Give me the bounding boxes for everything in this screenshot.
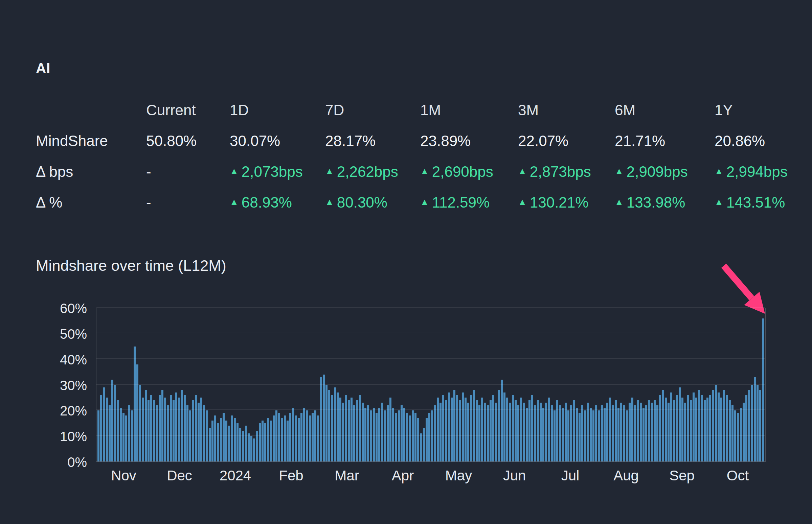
gridline <box>96 409 765 410</box>
bar <box>228 426 230 461</box>
up-triangle-icon: ▲ <box>420 197 429 206</box>
up-triangle-icon: ▲ <box>325 167 334 176</box>
bar <box>114 385 116 462</box>
bar <box>103 388 105 461</box>
up-triangle-icon: ▲ <box>518 197 527 206</box>
bar <box>292 408 294 461</box>
bar <box>762 318 764 461</box>
bar <box>453 390 456 461</box>
bar <box>748 390 750 461</box>
bar <box>123 413 125 461</box>
stats-value: ▲2,262bps <box>325 156 420 187</box>
bar <box>328 390 330 461</box>
bar <box>442 395 444 461</box>
bar <box>381 403 383 461</box>
bar <box>737 413 739 461</box>
bar <box>665 397 667 461</box>
x-axis-label: Apr <box>375 468 431 484</box>
bar <box>754 377 756 461</box>
bar <box>473 390 475 461</box>
x-axis-label: Dec <box>152 468 207 484</box>
bar <box>576 408 578 461</box>
bar <box>692 393 695 461</box>
bar <box>478 405 480 461</box>
bar <box>125 415 127 461</box>
stats-value: - <box>146 156 230 187</box>
bar <box>423 428 425 461</box>
bar <box>111 380 113 461</box>
y-axis-label: 60% <box>60 301 87 315</box>
bar <box>353 405 355 461</box>
bar <box>628 403 631 461</box>
bar <box>720 397 722 461</box>
stats-col-spacer <box>36 95 146 126</box>
x-axis-label: Feb <box>263 468 319 484</box>
stats-value: ▲2,994bps <box>715 156 812 187</box>
bar <box>417 418 419 461</box>
bar <box>331 395 333 461</box>
bar <box>109 405 111 461</box>
bar <box>540 403 542 461</box>
bar <box>562 408 564 461</box>
bar <box>609 397 611 461</box>
chart-heading: Mindshare over time (L12M) <box>36 257 812 275</box>
stats-value: 23.89% <box>420 126 518 156</box>
bar <box>487 405 489 461</box>
stats-value: ▲2,873bps <box>518 156 615 187</box>
x-axis-label: Mar <box>319 468 375 484</box>
delta-value-text: 2,994bps <box>727 163 787 180</box>
stats-col-header: 1M <box>420 95 518 126</box>
bar <box>495 403 497 461</box>
stats-value: 21.71% <box>615 126 715 156</box>
bar <box>250 436 252 461</box>
bar <box>595 405 597 461</box>
bar <box>659 395 661 461</box>
bar <box>437 397 439 461</box>
stats-value: ▲133.98% <box>615 187 715 218</box>
bar <box>206 410 208 461</box>
bar <box>581 405 583 461</box>
y-axis-label: 10% <box>60 429 87 444</box>
stats-value: ▲68.93% <box>230 187 325 218</box>
stats-col-header: 7D <box>325 95 420 126</box>
bar <box>504 393 506 461</box>
bar <box>448 393 450 461</box>
x-axis-label: Jun <box>487 468 542 484</box>
bar <box>656 405 658 461</box>
bar <box>723 390 725 461</box>
y-axis-label: 40% <box>60 353 87 367</box>
bar <box>289 413 291 461</box>
bar <box>601 405 603 461</box>
bar <box>612 405 614 461</box>
bar <box>245 426 247 461</box>
bar <box>428 413 430 461</box>
bar <box>187 405 189 461</box>
bar <box>467 403 469 461</box>
bar <box>414 413 416 461</box>
bar <box>684 403 686 461</box>
bar <box>376 413 378 461</box>
bar <box>670 393 672 461</box>
bar <box>239 428 241 461</box>
bar <box>464 397 466 461</box>
bar <box>170 395 172 461</box>
bar <box>401 405 403 461</box>
delta-value-text: 80.30% <box>337 194 387 211</box>
stats-value: ▲2,909bps <box>615 156 715 187</box>
bar <box>548 397 550 461</box>
bar <box>534 405 536 461</box>
bar <box>590 408 592 461</box>
bar <box>275 410 277 461</box>
bar <box>339 397 341 461</box>
bar <box>559 405 561 461</box>
bar <box>620 403 622 461</box>
up-triangle-icon: ▲ <box>420 167 429 176</box>
bar <box>220 418 222 461</box>
bar <box>679 388 681 461</box>
bar <box>314 410 316 461</box>
y-axis-label: 50% <box>60 327 87 341</box>
bar <box>626 410 628 461</box>
delta-value-text: 2,690bps <box>432 163 493 180</box>
bar <box>584 410 586 461</box>
x-axis-label: 2024 <box>207 468 263 484</box>
